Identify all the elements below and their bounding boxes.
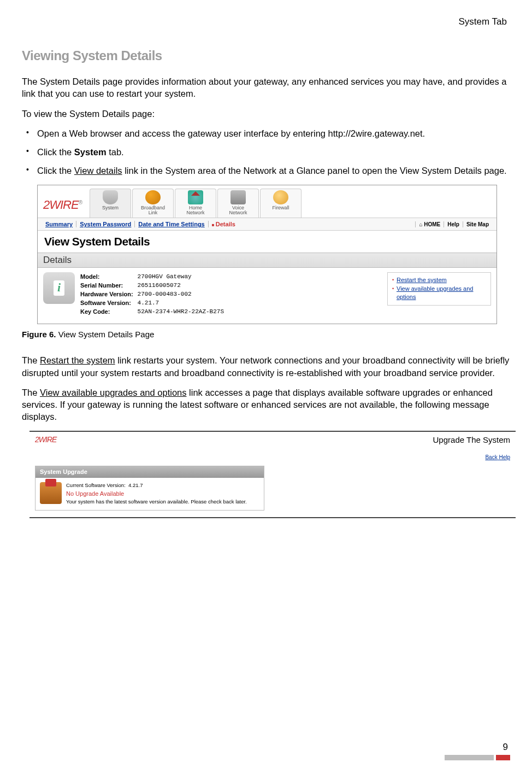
tab-voice-network[interactable]: Voice Network: [217, 189, 259, 218]
home-icon: [188, 190, 203, 204]
figure-upgrade-system: 2WIRE Upgrade The System Back Help Syste…: [29, 431, 516, 518]
link-restart-system[interactable]: Restart the system: [392, 276, 486, 284]
figure-text: View System Details Page: [56, 330, 155, 339]
restart-paragraph: The Restart the system link restarts you…: [22, 354, 510, 379]
upgrade-link-text: View available upgrades and options: [40, 388, 186, 397]
upgrade-page-title: Upgrade The System: [433, 435, 510, 444]
tab-firewall[interactable]: Firewall: [260, 189, 302, 218]
tab-system[interactable]: System: [90, 189, 131, 218]
page-number: 9: [503, 742, 508, 753]
step-3: Click the View details link in the Syste…: [22, 165, 510, 177]
step-3-pre: Click the: [37, 166, 74, 175]
link-sitemap[interactable]: Site Map: [463, 221, 492, 227]
figure-label: Figure 6.: [22, 330, 56, 339]
system-upgrade-panel: System Upgrade Current Software Version:…: [35, 466, 264, 511]
link-view-upgrades[interactable]: View available upgrades and options: [392, 285, 486, 302]
no-upgrade-message: No Upgrade Available: [66, 490, 247, 497]
brand-logo: 2WIRE®: [42, 196, 87, 218]
figure-6-caption: Figure 6. View System Details Page: [22, 330, 510, 339]
header-tab-label: System Tab: [22, 16, 510, 27]
step-1: Open a Web browser and access the gatewa…: [22, 127, 510, 139]
restart-link-text: Restart the system: [40, 355, 115, 365]
current-sw-value: 4.21.7: [128, 482, 143, 488]
section-heading: Viewing System Details: [22, 48, 510, 63]
subnav-summary[interactable]: Summary: [42, 221, 76, 227]
link-home[interactable]: HOME: [415, 221, 444, 227]
step-2-post: tab.: [107, 147, 124, 157]
package-icon: [40, 482, 62, 504]
page-title: View System Details: [38, 231, 496, 253]
upgrade-info-text: Your system has the latest software vers…: [66, 499, 247, 505]
tab-broadband[interactable]: Broadband Link: [132, 189, 174, 218]
subnav-system-password[interactable]: System Password: [76, 221, 135, 227]
toview-paragraph: To view the System Details page:: [22, 108, 510, 120]
details-table: Model:2700HGV Gateway Serial Number:2651…: [80, 272, 228, 316]
panel-header: System Upgrade: [36, 466, 264, 478]
figure-view-system-details: 2WIRE® System Broadband Link Home Networ…: [37, 185, 497, 325]
intro-paragraph: The System Details page provides informa…: [22, 75, 510, 100]
details-bar: Details: [38, 253, 496, 268]
footer-decoration: [445, 755, 510, 760]
current-sw-label: Current Software Version:: [66, 482, 126, 488]
side-links-panel: Restart the system View available upgrad…: [387, 272, 491, 305]
subnav-date-time[interactable]: Date and Time Settings: [135, 221, 208, 227]
step-3-link-text: View details: [74, 166, 122, 175]
subnav-details[interactable]: Details: [209, 221, 239, 227]
step-3-post: link in the System area of the Network a…: [122, 166, 507, 175]
lock-icon: [273, 190, 288, 204]
link-help-2[interactable]: Help: [499, 454, 510, 460]
phone-icon: [230, 190, 246, 204]
step-2-pre: Click the: [37, 147, 74, 157]
shield-icon: [103, 190, 118, 204]
step-2-bold: System: [74, 147, 107, 157]
link-back[interactable]: Back: [485, 454, 497, 460]
brand-logo-small: 2WIRE: [35, 435, 56, 444]
upgrade-paragraph: The View available upgrades and options …: [22, 386, 510, 423]
step-2: Click the System tab.: [22, 146, 510, 158]
info-icon: [43, 272, 75, 304]
globe-icon: [145, 190, 161, 204]
link-help[interactable]: Help: [444, 221, 463, 227]
tab-home-network[interactable]: Home Network: [175, 189, 216, 218]
